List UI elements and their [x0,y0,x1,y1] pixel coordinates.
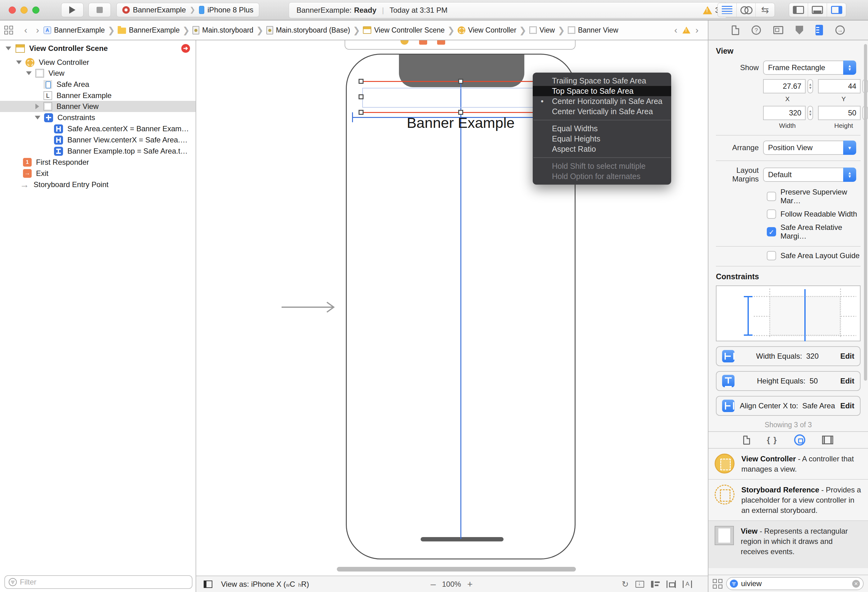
version-editor-button[interactable]: ⇆ [756,3,775,17]
menu-item-aspect-ratio[interactable]: Aspect Ratio [533,144,671,154]
stop-button[interactable] [89,3,111,17]
menu-item-equal-heights[interactable]: Equal Heights [533,134,671,144]
assistant-editor-button[interactable] [737,3,756,17]
width-field[interactable]: 320 [763,106,806,120]
view-controller-dock-icon[interactable] [400,40,409,45]
back-button[interactable]: ‹ [20,25,32,35]
follow-readable-width-checkbox[interactable] [767,209,776,219]
clear-filter-icon[interactable]: ✕ [852,580,860,588]
zoom-in-button[interactable]: + [461,579,479,589]
menu-item-center-horizontally[interactable]: •Center Horizontally in Safe Area [533,96,671,106]
width-stepper[interactable] [807,106,813,120]
zoom-out-button[interactable]: – [424,579,442,589]
toggle-outline-button[interactable] [204,580,213,588]
breadcrumb-project[interactable]: ABannerExample [43,26,105,34]
related-items-icon[interactable] [4,26,13,34]
code-snippet-library-icon[interactable]: { } [767,435,777,445]
size-inspector-icon[interactable] [816,25,823,35]
minimize-window-button[interactable] [21,6,28,14]
next-issue-button[interactable]: › [691,25,703,35]
object-library-icon[interactable] [794,434,805,446]
breadcrumb-storyboard[interactable]: Main.storyboard [192,26,253,34]
close-window-button[interactable] [9,6,16,14]
height-field[interactable]: 50 [818,106,861,120]
library-filter-field[interactable]: uiview ✕ [726,577,864,590]
embed-in-button[interactable] [635,581,644,588]
first-responder-dock-icon[interactable] [419,40,427,45]
quick-help-icon[interactable]: ? [751,25,761,35]
breadcrumb-banner-view[interactable]: Banner View [568,26,619,34]
disclosure-down-icon[interactable] [26,71,32,75]
issues-badge[interactable]: 3 [703,6,719,15]
breadcrumb-group[interactable]: BannerExample [118,26,180,34]
constraint-card-width[interactable]: Width Equals: 320 Edit [716,346,861,366]
outline-row-constraint-2[interactable]: Banner View.centerX = Safe Area.… [0,134,196,146]
outline-row-constraints[interactable]: Constraints [0,112,196,123]
toggle-inspectors-button[interactable] [827,3,846,17]
menu-item-trailing-space[interactable]: Trailing Space to Safe Area [533,76,671,86]
outline-row-view[interactable]: View [0,68,196,79]
library-item-storyboard-reference[interactable]: Storyboard Reference - Provides a placeh… [709,480,868,520]
update-frames-button[interactable]: ↻ [621,579,629,589]
run-button[interactable] [61,3,84,17]
edit-button[interactable]: Edit [840,402,854,410]
show-popup[interactable]: Frame Rectangle [763,60,856,75]
forward-button[interactable]: › [32,25,43,35]
constraint-card-center-x[interactable]: Align Center X to: Safe Area Edit [716,396,861,416]
align-button[interactable] [651,581,660,588]
height-constraint-bar[interactable] [747,297,749,335]
outline-row-banner-view[interactable]: Banner View [0,101,196,112]
safe-area-layout-guide-checkbox[interactable] [767,251,776,260]
outline-row-constraint-1[interactable]: Safe Area.centerX = Banner Exam… [0,123,196,134]
arrange-popup[interactable]: Position View [763,141,856,155]
file-inspector-icon[interactable] [732,25,739,35]
breadcrumb-storyboard-base[interactable]: Main.storyboard (Base) [266,26,350,34]
outline-row-scene[interactable]: View Controller Scene ➜ [0,43,196,54]
warning-icon[interactable] [682,27,691,34]
resolve-autolayout-button[interactable] [683,580,692,588]
layout-margins-popup[interactable]: Default [763,168,856,182]
previous-issue-button[interactable]: ‹ [670,25,682,35]
outline-row-constraint-3[interactable]: Banner Example.top = Safe Area.t… [0,146,196,157]
toggle-navigator-button[interactable] [789,3,808,17]
horizontal-scrollbar[interactable] [337,567,576,571]
disclosure-down-icon[interactable] [16,60,22,64]
vertical-scrollbar[interactable] [864,44,867,381]
outline-row-banner-example[interactable]: L Banner Example [0,90,196,101]
scene-exit-badge-icon[interactable]: ➜ [181,44,190,53]
library-item-view-controller[interactable]: View Controller - A controller that mana… [709,449,868,479]
safe-area-relative-checkbox[interactable]: ✓ [767,227,776,236]
menu-item-top-space[interactable]: Top Space to Safe Area [533,86,671,96]
outline-row-first-responder[interactable]: 1 First Responder [0,157,196,168]
menu-item-center-vertically[interactable]: Center Vertically in Safe Area [533,106,671,117]
view-as-button[interactable]: View as: iPhone X ( w C h R ) [221,580,309,589]
disclosure-down-icon[interactable] [35,116,40,119]
breadcrumb-view-controller[interactable]: View Controller [458,26,517,34]
outline-row-entry-point[interactable]: → Storyboard Entry Point [0,179,196,190]
media-library-icon[interactable] [822,436,833,444]
identity-inspector-icon[interactable] [773,26,783,34]
outline-filter-field[interactable]: Filter [4,575,192,589]
menu-item-equal-widths[interactable]: Equal Widths [533,124,671,134]
outline-row-exit[interactable]: → Exit [0,168,196,179]
outline-row-view-controller[interactable]: View Controller [0,57,196,68]
preserve-superview-checkbox[interactable] [767,192,776,201]
x-field[interactable]: 27.67 [763,79,806,93]
library-item-view[interactable]: View - Represents a rectangular region i… [709,521,868,568]
disclosure-down-icon[interactable] [6,47,11,50]
breadcrumb-scene[interactable]: View Controller Scene [363,26,444,34]
resize-handle[interactable] [458,79,463,84]
breadcrumb-view[interactable]: View [529,26,555,34]
edit-button[interactable]: Edit [840,377,854,385]
banner-example-label[interactable]: Banner Example [362,114,560,131]
connections-inspector-icon[interactable]: → [836,25,845,35]
zoom-window-button[interactable] [32,6,40,14]
storyboard-canvas[interactable]: Banner Example Trailing Space to Safe Ar… [196,40,708,576]
center-x-constraint-bar[interactable] [805,289,806,341]
library-grid-view-icon[interactable] [713,579,722,589]
toggle-debug-area-button[interactable] [808,3,827,17]
scheme-selector[interactable]: BannerExample ❯ iPhone 8 Plus [117,3,259,17]
exit-dock-icon[interactable] [437,40,445,45]
banner-view-selection-rect[interactable] [362,88,558,108]
zoom-level[interactable]: 100% [442,580,461,589]
